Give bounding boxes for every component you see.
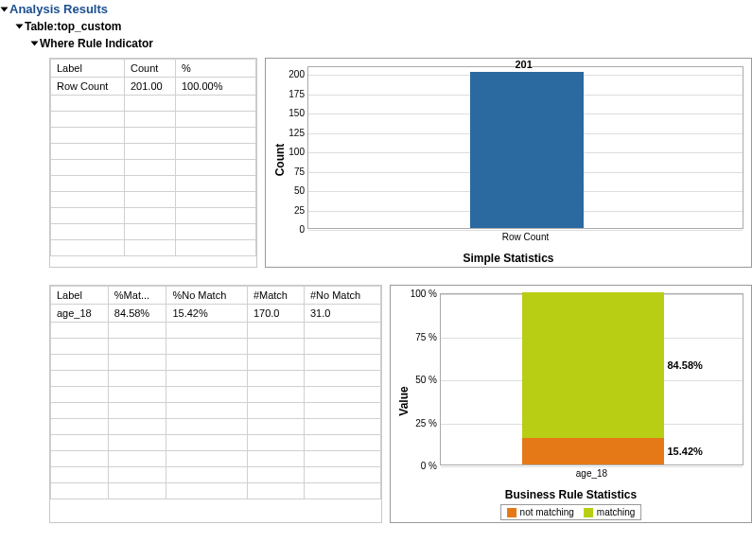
col-label[interactable]: Label	[51, 60, 125, 78]
col-pct[interactable]: %	[176, 60, 256, 78]
simple-stats-chart: Count 0255075100125150175200201 Row Coun…	[265, 58, 752, 268]
table-header-row: Label %Mat... %No Match #Match #No Match	[51, 287, 381, 305]
col-count[interactable]: Count	[125, 60, 176, 78]
legend-swatch-not-matching	[507, 508, 516, 517]
legend-label: not matching	[520, 507, 574, 517]
cell-nomatch-pct: 15.42%	[166, 305, 247, 323]
y-tick: 100 %	[403, 289, 437, 299]
legend-swatch-matching	[584, 508, 593, 517]
y-tick: 0	[280, 224, 305, 235]
table-row[interactable]: age_18 84.58% 15.42% 170.0 31.0	[51, 305, 381, 323]
bar-matching[interactable]	[522, 292, 664, 438]
business-rule-chart: Value 0 %25 %50 %75 %100 %15.42%84.58% a…	[390, 285, 752, 523]
analysis-results-panel: Analysis Results Table:top_custom Where …	[0, 0, 752, 523]
y-tick: 200	[280, 69, 305, 79]
y-tick: 75 %	[403, 332, 437, 342]
label-rule: Where Rule Indicator	[40, 37, 153, 50]
tree-node-rule[interactable]: Where Rule Indicator	[32, 35, 752, 52]
legend: not matching matching	[500, 504, 642, 520]
bar-value-label: 84.58%	[668, 359, 703, 371]
cell-label: age_18	[51, 305, 109, 323]
chevron-down-icon	[1, 7, 9, 11]
y-tick: 25	[280, 205, 305, 216]
col-match-n[interactable]: #Match	[247, 287, 304, 305]
cell-nomatch-n: 31.0	[304, 305, 380, 323]
y-tick: 25 %	[403, 418, 437, 429]
tree-node-analysis-results[interactable]: Analysis Results	[2, 0, 752, 18]
y-tick: 100	[280, 147, 305, 157]
chevron-down-icon	[16, 25, 24, 29]
y-tick: 150	[280, 108, 305, 118]
y-tick: 125	[280, 128, 305, 138]
bar-value-label: 201	[516, 59, 533, 70]
cell-label: Row Count	[51, 78, 125, 96]
table-row[interactable]: Row Count 201.00 100.00%	[51, 78, 256, 96]
label-analysis-results: Analysis Results	[9, 2, 108, 16]
x-tick: Row Count	[307, 232, 743, 242]
y-tick: 50	[280, 185, 305, 196]
y-tick: 75	[280, 166, 305, 177]
label-table: Table:top_custom	[25, 20, 121, 33]
cell-pct: 100.00%	[176, 78, 256, 96]
y-axis-label: Value	[397, 386, 411, 415]
y-tick: 175	[280, 89, 305, 99]
cell-match-pct: 84.58%	[108, 305, 166, 323]
y-tick: 50 %	[403, 375, 437, 385]
bar-value-label: 15.42%	[668, 446, 703, 457]
business-rule-table: Label %Mat... %No Match #Match #No Match…	[49, 285, 382, 523]
bar[interactable]	[470, 72, 584, 228]
table-header-row: Label Count %	[51, 60, 256, 78]
y-tick: 0 %	[403, 461, 437, 471]
col-label[interactable]: Label	[51, 287, 109, 305]
chevron-down-icon	[31, 42, 39, 46]
col-nomatch-n[interactable]: #No Match	[304, 287, 380, 305]
chart-title: Simple Statistics	[266, 252, 751, 265]
cell-match-n: 170.0	[247, 305, 304, 323]
x-tick: age_18	[440, 468, 743, 479]
col-nomatch-pct[interactable]: %No Match	[166, 287, 247, 305]
col-match-pct[interactable]: %Mat...	[108, 287, 166, 305]
bar-not-matching[interactable]	[522, 438, 664, 464]
simple-stats-table: Label Count % Row Count 201.00 100.00%	[49, 58, 257, 268]
chart-title: Business Rule Statistics	[391, 488, 751, 501]
legend-label: matching	[597, 507, 636, 517]
tree-node-table[interactable]: Table:top_custom	[17, 18, 752, 35]
cell-count: 201.00	[125, 78, 176, 96]
